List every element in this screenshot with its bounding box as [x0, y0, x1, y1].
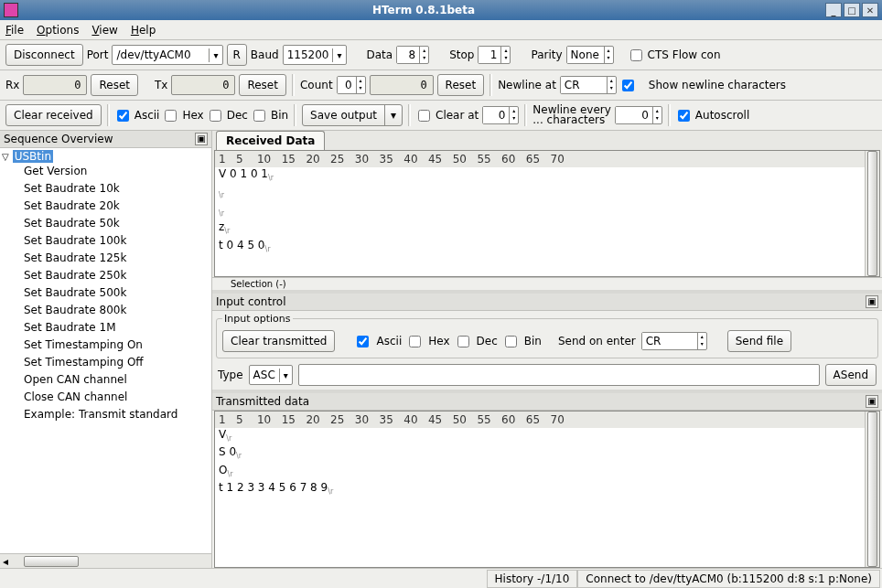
cts-label: CTS Flow con: [648, 48, 721, 61]
data-spin[interactable]: ▴▾: [396, 46, 429, 64]
chevron-down-icon: ▾: [279, 369, 292, 382]
stop-label: Stop: [449, 48, 474, 61]
toolbar-counters: Rx 0 Reset Tx 0 Reset Count ▴▾ 0 Reset N…: [0, 70, 882, 101]
port-combo[interactable]: /dev/ttyACM0▾: [112, 45, 222, 65]
close-icon[interactable]: ▣: [866, 395, 878, 408]
clear-transmitted-button[interactable]: Clear transmitted: [222, 330, 335, 352]
type-combo[interactable]: ASC▾: [249, 365, 293, 385]
input-line[interactable]: [298, 364, 820, 386]
count-value: 0: [370, 75, 434, 95]
tree-item[interactable]: Set Baudrate 10k: [2, 180, 210, 198]
in-dec-checkbox[interactable]: [457, 336, 469, 347]
toolbar-format: Clear received Ascii Hex Dec Bin Save ou…: [0, 101, 882, 131]
tx-label: Tx: [155, 79, 167, 91]
tree-item[interactable]: Open CAN channel: [2, 371, 210, 389]
tree-item[interactable]: Set Baudrate 50k: [2, 215, 210, 232]
bin-checkbox[interactable]: [253, 110, 265, 122]
newline-combo[interactable]: ▴▾: [560, 76, 617, 94]
tree-item[interactable]: Set Baudrate 800k: [2, 302, 210, 319]
transmitted-lines[interactable]: V\rS 0\rO\rt 1 2 3 3 4 5 6 7 8 9\r: [215, 428, 865, 499]
menubar: File Options View Help: [0, 20, 882, 40]
baud-combo[interactable]: 115200▾: [283, 45, 347, 65]
clearat-spin[interactable]: ▴▾: [482, 106, 519, 124]
sidebar-title: Sequence Overview: [4, 133, 113, 145]
shownl-label: Show newline characters: [649, 80, 786, 91]
close-icon[interactable]: ▣: [866, 295, 878, 308]
in-hex-checkbox[interactable]: [409, 336, 421, 347]
received-ruler: 1 5 10 15 20 25 30 35 40 45 50 55 60 65 …: [215, 151, 865, 167]
transmitted-vscroll[interactable]: [865, 412, 879, 567]
baud-label: Baud: [251, 48, 279, 61]
menu-file[interactable]: File: [5, 24, 24, 37]
tree-item[interactable]: Close CAN channel: [2, 389, 210, 406]
parity-label: Parity: [531, 48, 562, 61]
tree-item[interactable]: Set Baudrate 500k: [2, 284, 210, 302]
maximize-button[interactable]: □: [844, 3, 860, 17]
received-tab[interactable]: Received Data: [216, 131, 325, 150]
cts-checkbox[interactable]: [630, 49, 642, 61]
count-spin[interactable]: ▴▾: [337, 76, 366, 94]
toolbar-connection: Disconnect Port /dev/ttyACM0▾ R Baud 115…: [0, 40, 882, 70]
tree-item[interactable]: Set Baudrate 250k: [2, 267, 210, 284]
hex-checkbox[interactable]: [165, 110, 177, 122]
statusbar: History -/1/10 Connect to /dev/ttyACM0 (…: [0, 568, 882, 588]
chevron-down-icon[interactable]: ▾: [209, 48, 221, 62]
tree-item[interactable]: Set Baudrate 100k: [2, 232, 210, 250]
in-bin-checkbox[interactable]: [505, 336, 517, 347]
save-output-button[interactable]: Save output▾: [302, 104, 403, 126]
autoscroll-checkbox[interactable]: [678, 110, 690, 122]
clear-received-button[interactable]: Clear received: [5, 104, 102, 126]
sendon-combo[interactable]: ▴▾: [641, 332, 707, 350]
tree-root[interactable]: USBtin: [13, 150, 53, 163]
stop-spin[interactable]: ▴▾: [478, 46, 511, 64]
in-ascii-checkbox[interactable]: [357, 336, 369, 347]
sidebar-hscroll[interactable]: ◂: [0, 553, 211, 568]
app-icon: [4, 3, 18, 17]
parity-combo[interactable]: ▴▾: [566, 46, 614, 64]
connect-button[interactable]: Disconnect: [5, 44, 83, 66]
chevron-down-icon: ▾: [384, 105, 402, 125]
menu-view[interactable]: View: [91, 24, 117, 37]
tree-toggle[interactable]: ▽: [2, 152, 9, 162]
tree-item[interactable]: Set Baudrate 125k: [2, 250, 210, 267]
tree-item[interactable]: Set Baudrate 1M: [2, 319, 210, 337]
tree-item[interactable]: Set Timestamping On: [2, 337, 210, 354]
rx-label: Rx: [5, 79, 19, 91]
tree-item[interactable]: Example: Transmit standard: [2, 406, 210, 423]
tree-item[interactable]: Set Timestamping Off: [2, 354, 210, 371]
rx-reset-button[interactable]: Reset: [91, 74, 138, 96]
received-pane: Received Data 1 5 10 15 20 25 30 35 40 4…: [212, 131, 882, 294]
status-history: History -/1/10: [487, 570, 578, 588]
sequence-sidebar: Sequence Overview▣ ▽USBtin Get VersionSe…: [0, 131, 212, 568]
send-file-button[interactable]: Send file: [727, 330, 791, 352]
sequence-tree[interactable]: ▽USBtin Get VersionSet Baudrate 10kSet B…: [0, 148, 211, 553]
titlebar: HTerm 0.8.1beta _ □ ✕: [0, 0, 882, 20]
nlevery-spin[interactable]: ▴▾: [615, 106, 662, 124]
chevron-down-icon[interactable]: ▾: [332, 48, 345, 62]
asend-button[interactable]: ASend: [825, 364, 877, 386]
received-vscroll[interactable]: [865, 151, 879, 276]
port-refresh-button[interactable]: R: [227, 44, 247, 66]
transmitted-ruler: 1 5 10 15 20 25 30 35 40 45 50 55 60 65 …: [215, 412, 865, 428]
close-icon[interactable]: ▣: [195, 133, 208, 145]
tx-value: 0: [171, 75, 235, 95]
tree-item[interactable]: Get Version: [2, 163, 210, 180]
status-connection: Connect to /dev/ttyACM0 (b:115200 d:8 s:…: [577, 570, 880, 588]
data-label: Data: [367, 48, 393, 61]
minimize-button[interactable]: _: [825, 3, 842, 17]
window-title: HTerm 0.8.1beta: [24, 4, 823, 16]
dec-checkbox[interactable]: [210, 110, 221, 122]
tx-reset-button[interactable]: Reset: [239, 74, 286, 96]
tree-item[interactable]: Set Baudrate 20k: [2, 198, 210, 215]
menu-options[interactable]: Options: [37, 24, 79, 37]
newline-checkbox[interactable]: [622, 80, 634, 91]
selection-info: Selection (-): [212, 277, 882, 290]
count-reset-button[interactable]: Reset: [437, 74, 485, 96]
input-control-pane: Input control▣ Input options Clear trans…: [212, 294, 882, 393]
clearat-checkbox[interactable]: [418, 110, 430, 122]
ascii-checkbox[interactable]: [117, 110, 129, 122]
menu-help[interactable]: Help: [131, 24, 156, 37]
rx-value: 0: [23, 75, 87, 95]
received-lines[interactable]: V 0 1 0 1\r\r\rz\rt 0 4 5 0\r: [215, 167, 865, 256]
close-button[interactable]: ✕: [862, 3, 878, 17]
